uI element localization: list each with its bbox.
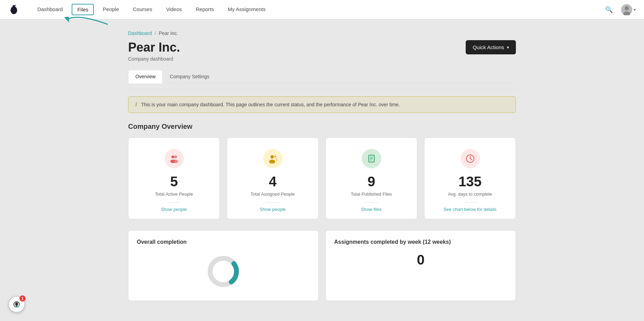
avg-days-icon bbox=[460, 149, 480, 168]
quick-actions-caret: ▾ bbox=[507, 45, 509, 50]
page-title-group: Pear Inc. Company dashboard bbox=[128, 40, 180, 62]
tab-overview[interactable]: Overview bbox=[128, 70, 163, 83]
navbar: Dashboard Files People Courses Videos Re… bbox=[0, 0, 644, 19]
overall-completion-chart bbox=[137, 251, 310, 292]
svg-point-4 bbox=[625, 6, 629, 10]
total-published-files-icon bbox=[362, 149, 381, 168]
stat-card-avg-days: 135 Avg. days to complete See chart belo… bbox=[424, 137, 516, 219]
page-header: Pear Inc. Company dashboard Quick Action… bbox=[128, 40, 516, 62]
total-published-files-value: 9 bbox=[367, 174, 375, 189]
quick-actions-button[interactable]: Quick Actions ▾ bbox=[466, 40, 516, 54]
stat-card-total-assigned-people: 4 Total Assigned People Show people bbox=[227, 137, 319, 219]
nav-link-courses[interactable]: Courses bbox=[126, 0, 159, 19]
total-published-files-label: Total Published Files bbox=[351, 191, 392, 197]
total-active-people-value: 5 bbox=[170, 174, 178, 189]
divider bbox=[463, 202, 477, 203]
notification-badge: 1 bbox=[19, 295, 26, 302]
search-icon[interactable]: 🔍 bbox=[602, 5, 616, 15]
total-active-people-label: Total Active People bbox=[155, 191, 193, 197]
breadcrumb-home[interactable]: Dashboard bbox=[128, 30, 152, 36]
notification-fab[interactable]: 1 bbox=[8, 296, 25, 313]
svg-point-12 bbox=[274, 155, 276, 158]
avg-days-value: 135 bbox=[458, 174, 482, 189]
info-icon: i bbox=[135, 101, 137, 108]
assignments-by-week-card: Assignments completed by week (12 weeks)… bbox=[325, 230, 516, 301]
nav-link-people[interactable]: People bbox=[96, 0, 126, 19]
svg-point-6 bbox=[171, 155, 174, 158]
total-assigned-people-icon bbox=[263, 149, 283, 168]
app-logo[interactable] bbox=[8, 4, 19, 15]
main-content: Dashboard / Pear Inc. Pear Inc. Company … bbox=[114, 19, 530, 312]
stat-card-total-published-files: 9 Total Published Files Show files bbox=[325, 137, 417, 219]
nav-link-reports[interactable]: Reports bbox=[189, 0, 221, 19]
svg-point-7 bbox=[174, 155, 177, 158]
breadcrumb: Dashboard / Pear Inc. bbox=[128, 30, 516, 36]
show-active-people-link[interactable]: Show people bbox=[161, 207, 187, 212]
overall-completion-card: Overall completion bbox=[128, 230, 319, 301]
breadcrumb-separator: / bbox=[155, 30, 156, 36]
nav-link-files[interactable]: Files bbox=[72, 4, 94, 15]
svg-point-20 bbox=[469, 158, 471, 159]
divider bbox=[167, 202, 181, 203]
page-subtitle: Company dashboard bbox=[128, 56, 180, 62]
divider bbox=[266, 202, 280, 203]
avatar[interactable] bbox=[621, 4, 632, 15]
info-banner: i This is your main company dashboard. T… bbox=[128, 96, 516, 113]
svg-point-10 bbox=[270, 155, 274, 159]
svg-point-9 bbox=[173, 160, 178, 163]
info-banner-text: This is your main company dashboard. Thi… bbox=[141, 102, 400, 107]
svg-point-25 bbox=[16, 306, 17, 307]
tab-company-settings[interactable]: Company Settings bbox=[163, 70, 216, 83]
divider bbox=[128, 89, 516, 89]
stat-card-total-active-people: 5 Total Active People Show people bbox=[128, 137, 220, 219]
assignments-by-week-value: 0 bbox=[334, 252, 507, 268]
page-title: Pear Inc. bbox=[128, 40, 180, 55]
total-assigned-people-label: Total Assigned People bbox=[251, 191, 295, 197]
nav-link-my-assignments[interactable]: My Assignments bbox=[221, 0, 272, 19]
svg-point-11 bbox=[269, 160, 275, 163]
stat-cards: 5 Total Active People Show people 4 Tota… bbox=[128, 137, 516, 219]
charts-row: Overall completion Assignments completed… bbox=[128, 230, 516, 301]
nav-link-dashboard[interactable]: Dashboard bbox=[30, 0, 70, 19]
total-active-people-icon bbox=[164, 149, 184, 168]
avatar-caret[interactable]: ▾ bbox=[634, 7, 636, 12]
avg-days-label: Avg. days to complete bbox=[448, 191, 492, 197]
breadcrumb-current: Pear Inc. bbox=[159, 30, 178, 36]
divider bbox=[365, 202, 378, 203]
nav-links: Dashboard Files People Courses Videos Re… bbox=[30, 0, 602, 19]
tabs-row: Overview Company Settings bbox=[128, 70, 516, 83]
avg-days-details-link[interactable]: See chart below for details bbox=[444, 207, 497, 212]
company-overview-title: Company Overview bbox=[128, 123, 516, 131]
show-files-link[interactable]: Show files bbox=[361, 207, 382, 212]
show-assigned-people-link[interactable]: Show people bbox=[260, 207, 286, 212]
nav-link-videos[interactable]: Videos bbox=[159, 0, 189, 19]
notification-icon bbox=[13, 301, 20, 308]
total-assigned-people-value: 4 bbox=[269, 174, 276, 189]
overall-completion-title: Overall completion bbox=[137, 239, 310, 245]
assignments-by-week-title: Assignments completed by week (12 weeks) bbox=[334, 239, 507, 245]
